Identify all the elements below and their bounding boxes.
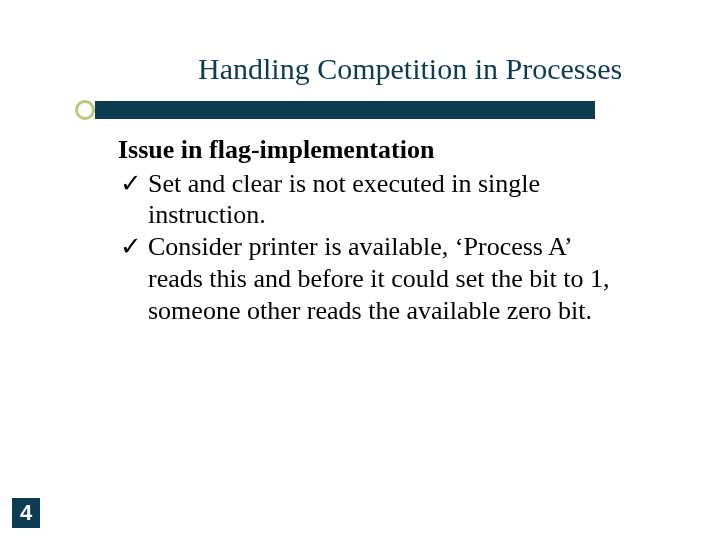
bullet-list: ✓ Set and clear is not executed in singl… <box>118 168 623 327</box>
checkmark-icon: ✓ <box>120 231 142 263</box>
body-subtitle: Issue in flag-implementation <box>118 134 623 166</box>
title-underline-bar <box>95 101 595 119</box>
slide-body: Issue in flag-implementation ✓ Set and c… <box>118 134 623 326</box>
list-item: ✓ Consider printer is available, ‘Proces… <box>118 231 623 326</box>
list-item-text: Consider printer is available, ‘Process … <box>148 232 609 324</box>
slide: Handling Competition in Processes Issue … <box>0 0 720 540</box>
slide-title: Handling Competition in Processes <box>198 52 622 86</box>
title-accent-dot <box>75 100 95 120</box>
checkmark-icon: ✓ <box>120 168 142 200</box>
list-item: ✓ Set and clear is not executed in singl… <box>118 168 623 231</box>
page-number: 4 <box>12 498 40 528</box>
list-item-text: Set and clear is not executed in single … <box>148 169 540 230</box>
